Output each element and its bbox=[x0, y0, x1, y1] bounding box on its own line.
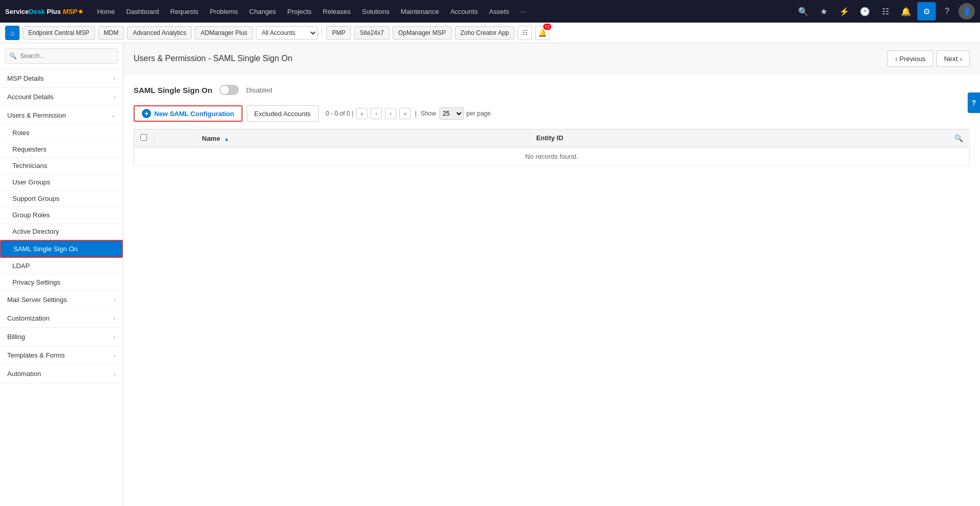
sidebar-item-privacy-settings[interactable]: Privacy Settings bbox=[0, 274, 123, 291]
table-search-icon[interactable]: 🔍 bbox=[954, 134, 963, 142]
nav-accounts[interactable]: Accounts bbox=[445, 0, 483, 23]
sidebar-item-users-permission[interactable]: Users & Permission ⌄ bbox=[0, 106, 123, 125]
advanced-analytics-btn[interactable]: Advanced Analytics bbox=[127, 26, 192, 40]
nav-requests[interactable]: Requests bbox=[165, 0, 204, 23]
sidebar-item-users-permission-label: Users & Permission bbox=[7, 111, 66, 119]
sidebar-item-billing-label: Billing bbox=[7, 333, 25, 341]
sidebar-item-technicians[interactable]: Technicians bbox=[0, 158, 123, 174]
table-col-checkbox bbox=[134, 129, 155, 147]
first-page-btn[interactable]: « bbox=[356, 108, 367, 119]
sidebar-item-support-groups[interactable]: Support Groups bbox=[0, 191, 123, 207]
pagination-info: 0 - 0 of 0 | « ‹ › » | Show 25 10 50 100… bbox=[326, 107, 491, 120]
chevron-right-icon: › bbox=[114, 94, 116, 100]
zoho-creator-btn[interactable]: Zoho Creator App bbox=[455, 26, 515, 40]
site24x7-btn[interactable]: Site24x7 bbox=[354, 26, 390, 40]
nav-problems[interactable]: Problems bbox=[205, 0, 243, 23]
sidebar-item-mail-server[interactable]: Mail Server Settings › bbox=[0, 291, 123, 309]
nav-projects[interactable]: Projects bbox=[282, 0, 317, 23]
action-toolbar: + New SAML Configuration Excluded Accoun… bbox=[134, 105, 970, 122]
sidebar-item-user-groups[interactable]: User Groups bbox=[0, 174, 123, 191]
notification-icon-btn[interactable]: 🔔 bbox=[897, 2, 915, 21]
chevron-right-icon: › bbox=[114, 297, 116, 303]
top-navigation: ServiceDesk Plus MSP ● Home Dashboard Re… bbox=[0, 0, 980, 23]
main-layout: 🔍 MSP Details › Account Details › Users … bbox=[0, 43, 980, 506]
per-page-select[interactable]: 25 10 50 100 bbox=[439, 107, 464, 120]
saml-toggle[interactable] bbox=[219, 85, 239, 95]
chevron-down-icon: ⌄ bbox=[111, 112, 116, 119]
toolbar-grid-icon[interactable]: ☷ bbox=[517, 26, 532, 40]
nav-assets[interactable]: Assets bbox=[484, 0, 514, 23]
sidebar-item-customization[interactable]: Customization › bbox=[0, 309, 123, 328]
sidebar-item-requesters[interactable]: Requesters bbox=[0, 141, 123, 158]
sidebar-item-group-roles[interactable]: Group Roles bbox=[0, 207, 123, 223]
per-page-label: per page bbox=[467, 110, 491, 117]
nav-dashboard[interactable]: Dashboard bbox=[121, 0, 164, 23]
saml-table: Name ▲ Entity ID 🔍 No records found. bbox=[134, 129, 970, 166]
nav-solutions[interactable]: Solutions bbox=[357, 0, 394, 23]
sidebar-item-roles[interactable]: Roles bbox=[0, 125, 123, 141]
search-icon-btn[interactable]: 🔍 bbox=[794, 2, 812, 21]
user-avatar-btn[interactable]: 👤 bbox=[958, 3, 975, 20]
nav-maintenance[interactable]: Maintenance bbox=[396, 0, 444, 23]
accounts-select[interactable]: All Accounts bbox=[256, 26, 318, 40]
history-icon-btn[interactable]: 🕐 bbox=[856, 2, 874, 21]
sidebar-item-msp-details[interactable]: MSP Details › bbox=[0, 69, 123, 88]
sidebar-item-automation[interactable]: Automation › bbox=[0, 365, 123, 383]
sidebar-item-ldap[interactable]: LDAP bbox=[0, 258, 123, 274]
prev-page-btn[interactable]: ‹ bbox=[371, 108, 382, 119]
pagination-text: 0 - 0 of 0 | bbox=[326, 110, 354, 117]
nav-home[interactable]: Home bbox=[92, 0, 120, 23]
sidebar-item-templates-forms-label: Templates & Forms bbox=[7, 351, 65, 359]
list-icon-btn[interactable]: ☷ bbox=[876, 2, 895, 21]
table-col-entity-id: Entity ID 🔍 bbox=[530, 129, 970, 147]
excluded-accounts-button[interactable]: Excluded Accounts bbox=[247, 105, 319, 122]
sidebar-item-automation-label: Automation bbox=[7, 370, 41, 378]
help-button[interactable]: ? bbox=[968, 92, 980, 113]
nav-changes[interactable]: Changes bbox=[244, 0, 281, 23]
table-col-name[interactable]: Name ▲ bbox=[196, 129, 530, 147]
page-title: Users & Permission - SAML Single Sign On bbox=[134, 54, 292, 63]
mdm-btn[interactable]: MDM bbox=[98, 26, 124, 40]
no-records-row: No records found. bbox=[134, 147, 970, 166]
sidebar-item-technicians-label: Technicians bbox=[12, 162, 47, 170]
chevron-right-icon: › bbox=[114, 352, 116, 359]
new-saml-config-button[interactable]: + New SAML Configuration bbox=[134, 105, 243, 122]
last-page-btn[interactable]: » bbox=[399, 108, 411, 119]
secondary-toolbar: ⌂ Endpoint Central MSP MDM Advanced Anal… bbox=[0, 23, 980, 43]
show-label: Show bbox=[421, 110, 436, 117]
sidebar-item-saml-sso[interactable]: SAML Single Sign On bbox=[0, 240, 123, 258]
help-icon-btn[interactable]: ? bbox=[938, 2, 956, 21]
chevron-right-icon: › bbox=[114, 76, 116, 82]
sidebar-item-active-directory[interactable]: Active Directory bbox=[0, 223, 123, 240]
no-records-message: No records found. bbox=[134, 147, 970, 166]
star-icon-btn[interactable]: ★ bbox=[815, 2, 833, 21]
saml-header: SAML Single Sign On Disabled bbox=[134, 85, 970, 95]
chevron-right-icon: › bbox=[114, 334, 116, 340]
opmanager-btn[interactable]: OpManager MSP bbox=[393, 26, 452, 40]
sidebar-item-roles-label: Roles bbox=[12, 129, 29, 137]
toolbar-divider-1 bbox=[322, 28, 322, 38]
home-shortcut-btn[interactable]: ⌂ bbox=[5, 26, 20, 40]
sidebar-item-privacy-settings-label: Privacy Settings bbox=[12, 278, 60, 286]
sidebar-item-templates-forms[interactable]: Templates & Forms › bbox=[0, 346, 123, 365]
settings-icon-btn[interactable]: ⚙ bbox=[917, 2, 936, 21]
nav-releases[interactable]: Releases bbox=[318, 0, 356, 23]
sidebar: 🔍 MSP Details › Account Details › Users … bbox=[0, 43, 123, 506]
sidebar-search-input[interactable] bbox=[5, 48, 118, 64]
next-page-btn[interactable]: › bbox=[385, 108, 396, 119]
bolt-icon-btn[interactable]: ⚡ bbox=[835, 2, 854, 21]
endpoint-central-btn[interactable]: Endpoint Central MSP bbox=[23, 26, 95, 40]
sidebar-item-mail-server-label: Mail Server Settings bbox=[7, 296, 67, 304]
previous-button[interactable]: ‹ Previous bbox=[887, 50, 933, 67]
sidebar-item-account-details[interactable]: Account Details › bbox=[0, 88, 123, 106]
select-all-checkbox[interactable] bbox=[140, 134, 147, 141]
next-button[interactable]: Next › bbox=[936, 50, 970, 67]
main-content: Users & Permission - SAML Single Sign On… bbox=[123, 43, 980, 506]
pmp-btn[interactable]: PMP bbox=[326, 26, 351, 40]
admanager-btn[interactable]: ADManager Plus bbox=[195, 26, 253, 40]
notification-count-badge: 52 bbox=[543, 24, 551, 30]
nav-more[interactable]: ··· bbox=[515, 0, 531, 23]
sidebar-item-customization-label: Customization bbox=[7, 314, 49, 322]
sidebar-item-billing[interactable]: Billing › bbox=[0, 328, 123, 346]
brand-logo[interactable]: ServiceDesk Plus MSP ● bbox=[5, 7, 83, 16]
